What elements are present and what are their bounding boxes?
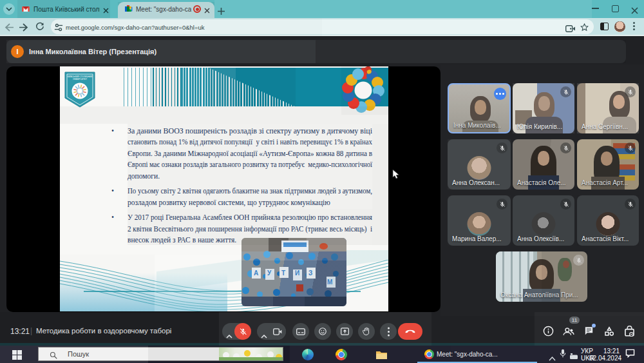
svg-text:УНІВЕРСИТЕТ: УНІВЕРСИТЕТ [73,78,87,81]
